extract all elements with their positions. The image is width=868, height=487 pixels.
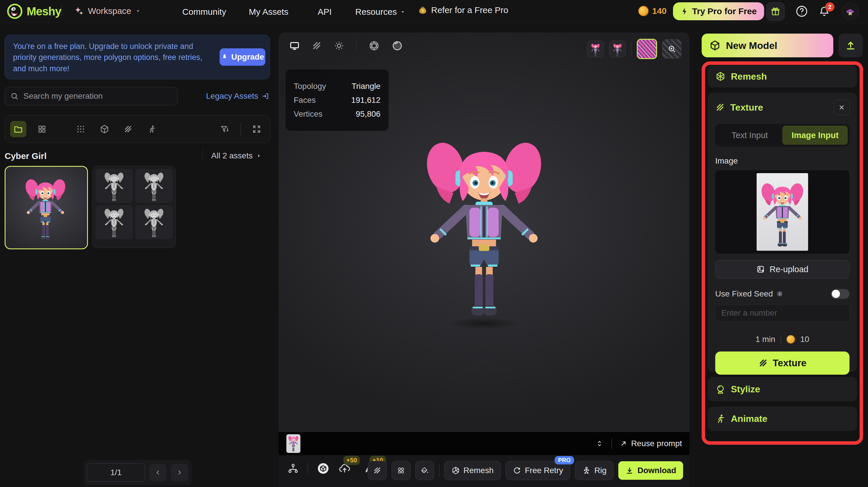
variant-tile[interactable] xyxy=(95,205,133,239)
prompt-strip: Reuse prompt xyxy=(279,432,689,455)
lighting-button[interactable] xyxy=(334,40,345,51)
reuse-prompt-button[interactable]: Reuse prompt xyxy=(619,439,682,448)
free-retry-button[interactable]: PRO Free Retry xyxy=(505,461,570,480)
upgrade-banner: You're on a free plan. Upgrade to unlock… xyxy=(5,35,270,79)
texture-map-thumb-selected[interactable] xyxy=(637,39,657,59)
credits-display[interactable]: 140 xyxy=(638,6,666,16)
filter-models-button[interactable] xyxy=(96,121,113,137)
info-value: 191,612 xyxy=(351,95,380,105)
upgrade-button[interactable]: Upgrade xyxy=(220,48,265,66)
try-pro-button[interactable]: Try Pro for Free xyxy=(673,2,764,20)
search-box[interactable] xyxy=(5,87,178,105)
generation-cost: 10 xyxy=(800,335,809,344)
filter-all-button[interactable] xyxy=(73,121,89,137)
shaded-view-button[interactable] xyxy=(289,40,300,51)
rig-button[interactable]: Rig xyxy=(575,461,614,480)
texture-inspect-button[interactable] xyxy=(662,39,681,58)
upload-share-cloud[interactable]: +50 xyxy=(338,462,351,475)
nav-resources[interactable]: Resources xyxy=(355,7,406,17)
folder-view-button[interactable] xyxy=(10,121,26,137)
sketchfab-icon[interactable] xyxy=(317,462,330,475)
coin-icon xyxy=(638,6,649,16)
character-model[interactable] xyxy=(417,125,551,325)
nav-community[interactable]: Community xyxy=(182,7,226,17)
texture-tool-button[interactable] xyxy=(368,461,387,480)
cost-divider xyxy=(781,335,781,344)
free-retry-label: Free Retry xyxy=(525,466,563,475)
fixed-seed-toggle[interactable] xyxy=(831,289,849,299)
upload-model-button[interactable] xyxy=(838,34,863,57)
animate-section[interactable]: Animate xyxy=(708,406,857,431)
variant-tile[interactable] xyxy=(95,169,133,203)
texture-section-label: Texture xyxy=(730,102,829,113)
sort-filter-button[interactable] xyxy=(217,121,233,137)
legacy-assets-link[interactable]: Legacy Assets xyxy=(206,91,269,101)
gift-button[interactable] xyxy=(766,2,785,21)
filter-animations-button[interactable] xyxy=(144,121,160,137)
footer-left-tools: +50 +10 xyxy=(287,462,377,475)
tab-text-input[interactable]: Text Input xyxy=(717,126,782,145)
variant-tile[interactable] xyxy=(135,205,173,239)
seed-number-input[interactable] xyxy=(715,305,849,321)
model-version-thumb[interactable] xyxy=(587,40,604,57)
3d-viewport[interactable]: Topology Triangle Faces 191,612 Vertices… xyxy=(279,32,689,455)
hierarchy-icon[interactable] xyxy=(287,463,299,474)
external-link-icon xyxy=(261,92,269,100)
footer-divider xyxy=(439,464,439,477)
close-texture-button[interactable] xyxy=(834,99,849,115)
nav-workspace[interactable]: Workspace xyxy=(74,6,141,16)
paint-tool-button[interactable] xyxy=(415,461,434,480)
asset-card-selected[interactable] xyxy=(5,166,88,249)
search-icon xyxy=(10,92,19,101)
download-button[interactable]: Download xyxy=(618,461,683,480)
upload-reward-badge: +50 xyxy=(343,456,360,465)
tab-image-input[interactable]: Image Input xyxy=(782,126,848,145)
reupload-button[interactable]: Re-upload xyxy=(715,260,849,279)
avatar[interactable] xyxy=(841,3,859,20)
stylize-label: Stylize xyxy=(731,384,760,395)
prev-page-button[interactable] xyxy=(149,464,167,481)
toolbar-divider xyxy=(356,40,357,52)
close-icon xyxy=(838,104,845,111)
meshy-logo[interactable]: Meshy xyxy=(7,3,61,19)
next-page-button[interactable] xyxy=(171,464,188,481)
cube-icon xyxy=(709,40,721,51)
remesh-button[interactable]: Remesh xyxy=(444,461,501,480)
reupload-label: Re-upload xyxy=(770,265,808,274)
expand-prompt-icon[interactable] xyxy=(595,439,604,448)
prompt-image-thumb[interactable] xyxy=(286,434,301,453)
texture-section-header[interactable]: Texture xyxy=(708,93,857,115)
texture-view-button[interactable] xyxy=(312,40,322,51)
nav-my-assets[interactable]: My Assets xyxy=(249,7,288,17)
stylize-section[interactable]: Stylize xyxy=(708,377,857,401)
image-preview[interactable] xyxy=(715,170,849,254)
expand-panel-button[interactable] xyxy=(249,121,265,137)
gift-icon xyxy=(771,7,780,17)
texture-section: Texture Text Input Image Input Image Re-… xyxy=(708,93,857,372)
repair-tool-button[interactable] xyxy=(392,461,410,480)
nav-refer[interactable]: $ Refer for a Free Pro xyxy=(418,5,508,15)
help-button[interactable] xyxy=(795,5,808,18)
image-upload-icon xyxy=(756,265,766,274)
toggle-knob xyxy=(832,290,840,298)
matcap-button[interactable] xyxy=(392,40,403,52)
notifications-button[interactable]: 2 xyxy=(818,5,830,18)
remesh-section[interactable]: Remesh xyxy=(708,65,857,87)
new-model-button[interactable]: New Model xyxy=(702,34,833,57)
model-version-thumb[interactable] xyxy=(609,40,626,57)
search-input[interactable] xyxy=(23,91,151,101)
fixed-seed-row: Use Fixed Seed xyxy=(715,289,849,299)
filter-textures-button[interactable] xyxy=(120,121,136,137)
viewport-footer: +50 +10 R xyxy=(279,455,689,487)
grid-view-button[interactable] xyxy=(34,121,50,137)
try-pro-label: Try Pro for Free xyxy=(692,6,756,16)
notification-badge: 2 xyxy=(825,2,834,11)
variant-tile[interactable] xyxy=(135,169,173,203)
all-assets-link[interactable]: All 2 assets xyxy=(211,151,262,161)
generate-texture-button[interactable]: Texture xyxy=(715,351,849,375)
download-icon xyxy=(625,466,634,475)
wireframe-button[interactable] xyxy=(368,40,380,52)
nav-api[interactable]: API xyxy=(318,7,332,17)
asset-card-variants[interactable] xyxy=(92,166,176,248)
legacy-assets-label: Legacy Assets xyxy=(206,91,258,101)
